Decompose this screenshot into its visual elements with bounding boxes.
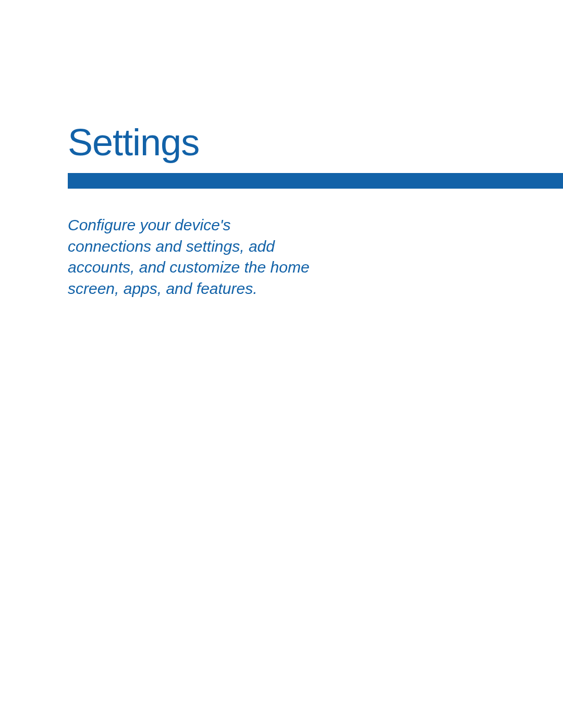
divider-bar [68,173,563,189]
page-title: Settings [68,121,199,164]
page-description: Configure your device's connections and … [68,215,313,299]
